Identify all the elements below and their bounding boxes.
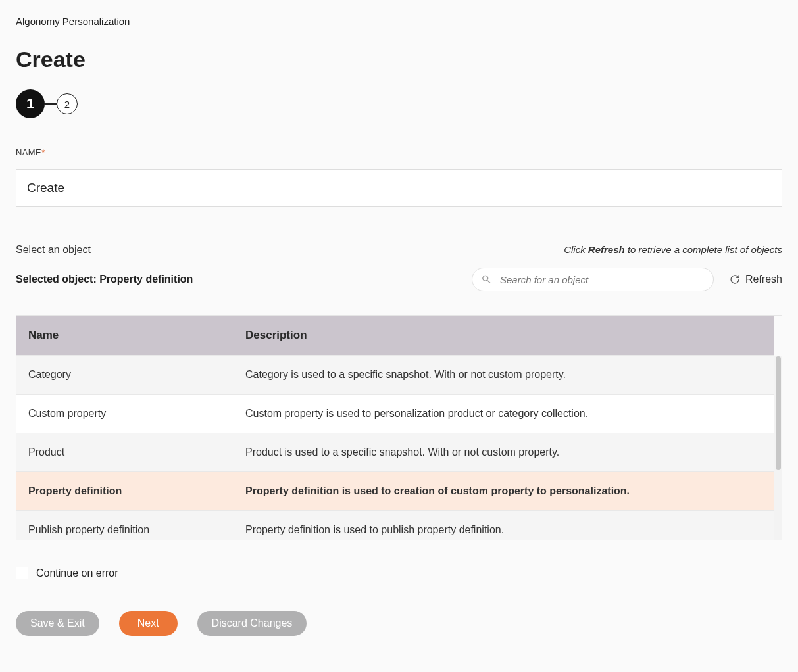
- required-indicator: *: [41, 147, 45, 157]
- next-button[interactable]: Next: [119, 611, 178, 636]
- table-cell-name: Category: [16, 356, 234, 395]
- search-icon: [481, 274, 492, 285]
- scrollbar-thumb[interactable]: [776, 356, 781, 470]
- stepper: 1 2: [16, 89, 782, 118]
- table-cell-description: Product is used to a specific snapshot. …: [234, 433, 774, 472]
- table-cell-description: Property definition is used to creation …: [234, 472, 774, 511]
- object-table-wrapper: Name Description CategoryCategory is use…: [16, 315, 782, 540]
- table-cell-name: Product: [16, 433, 234, 472]
- table-cell-description: Category is used to a specific snapshot.…: [234, 356, 774, 395]
- object-table: Name Description CategoryCategory is use…: [16, 316, 774, 540]
- select-object-label: Select an object: [16, 244, 91, 256]
- save-exit-button[interactable]: Save & Exit: [16, 611, 99, 636]
- step-connector: [45, 103, 57, 105]
- table-row[interactable]: ProductProduct is used to a specific sna…: [16, 433, 774, 472]
- table-row[interactable]: Property definitionProperty definition i…: [16, 472, 774, 511]
- continue-on-error-label: Continue on error: [36, 567, 118, 579]
- table-cell-name: Publish property definition: [16, 511, 234, 540]
- scrollbar[interactable]: [774, 356, 782, 540]
- step-2[interactable]: 2: [57, 93, 78, 114]
- name-field-label: NAME*: [16, 147, 782, 157]
- refresh-hint: Click Refresh to retrieve a complete lis…: [564, 244, 782, 255]
- table-header-description: Description: [234, 316, 774, 356]
- refresh-icon: [730, 274, 740, 285]
- table-row[interactable]: CategoryCategory is used to a specific s…: [16, 356, 774, 395]
- selected-object-label: Selected object: Property definition: [16, 274, 193, 285]
- table-row[interactable]: Publish property definitionProperty defi…: [16, 511, 774, 540]
- continue-on-error-checkbox[interactable]: [16, 567, 28, 579]
- name-input[interactable]: [16, 169, 782, 207]
- refresh-button[interactable]: Refresh: [730, 274, 782, 285]
- breadcrumb-link[interactable]: Algonomy Personalization: [16, 16, 130, 27]
- table-cell-name: Custom property: [16, 395, 234, 433]
- table-header-name: Name: [16, 316, 234, 356]
- table-cell-description: Property definition is used to publish p…: [234, 511, 774, 540]
- search-input[interactable]: [472, 268, 714, 291]
- table-cell-name: Property definition: [16, 472, 234, 511]
- table-cell-description: Custom property is used to personalizati…: [234, 395, 774, 433]
- table-row[interactable]: Custom propertyCustom property is used t…: [16, 395, 774, 433]
- discard-button[interactable]: Discard Changes: [197, 611, 307, 636]
- step-1[interactable]: 1: [16, 89, 45, 118]
- refresh-button-label: Refresh: [745, 274, 782, 285]
- page-title: Create: [16, 47, 782, 72]
